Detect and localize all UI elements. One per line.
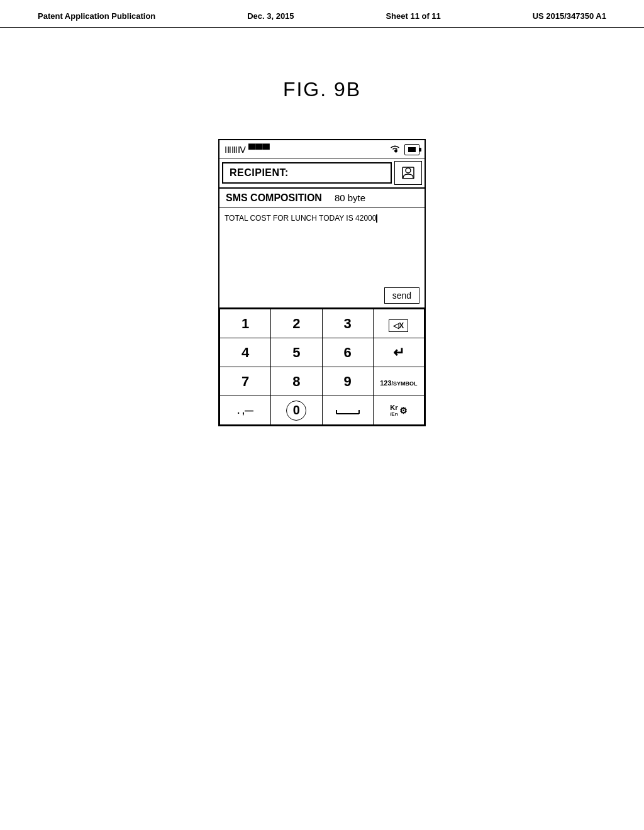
sms-message-text: TOTAL COST FOR LUNCH TODAY IS 42000 — [225, 214, 376, 223]
key-9[interactable]: 9 — [322, 367, 373, 396]
key-8[interactable]: 8 — [271, 367, 322, 396]
publication-date: Dec. 3, 2015 — [247, 11, 294, 21]
sms-title: SMS COMPOSITION — [226, 192, 322, 204]
keypad-row-4: . ,— 0 Kr /En ⚙ — [220, 396, 425, 425]
key-3[interactable]: 3 — [322, 309, 373, 338]
sms-composition-area[interactable]: TOTAL COST FOR LUNCH TODAY IS 42000 send — [219, 208, 425, 309]
key-4[interactable]: 4 — [220, 338, 271, 367]
text-cursor — [376, 214, 377, 223]
status-icons — [389, 144, 419, 155]
patent-header: Patent Application Publication Dec. 3, 2… — [0, 0, 644, 28]
key-zero-inner: 0 — [286, 401, 306, 421]
key-enter[interactable]: ↵ — [373, 338, 424, 367]
svg-point-1 — [406, 168, 411, 173]
publication-type: Patent Application Publication — [38, 11, 155, 21]
phone-mockup: ⅠⅡⅢⅣ ▀▀▀ RECIPIENT: — [218, 139, 426, 426]
backspace-icon: ◁X — [389, 319, 408, 332]
keypad: 1 2 3 ◁X 4 5 6 ↵ 7 8 9 123/SYMBOL . ,— 0 — [219, 309, 425, 425]
key-slash-en: /En — [390, 411, 397, 417]
space-bar-icon — [335, 409, 360, 415]
keypad-row-1: 1 2 3 ◁X — [220, 309, 425, 338]
sms-header: SMS COMPOSITION 80 byte — [219, 189, 425, 208]
sms-bytes: 80 byte — [335, 192, 365, 203]
key-symbol-label: /SYMBOL — [392, 380, 418, 387]
status-bar: ⅠⅡⅢⅣ ▀▀▀ — [219, 140, 425, 158]
recipient-row: RECIPIENT: — [219, 158, 425, 189]
patent-number: US 2015/347350 A1 — [533, 11, 606, 21]
key-lang-gear-inner: Kr /En ⚙ — [374, 404, 424, 417]
key-punctuation[interactable]: . ,— — [220, 396, 271, 425]
battery-icon — [404, 144, 419, 155]
wifi-icon — [389, 144, 401, 155]
key-7[interactable]: 7 — [220, 367, 271, 396]
keypad-row-3: 7 8 9 123/SYMBOL — [220, 367, 425, 396]
key-1[interactable]: 1 — [220, 309, 271, 338]
key-space[interactable] — [322, 396, 373, 425]
sheet-info: Sheet 11 of 11 — [386, 11, 440, 21]
key-123-label: 123 — [380, 379, 391, 387]
recipient-label: RECIPIENT: — [222, 162, 392, 184]
send-button[interactable]: send — [384, 287, 419, 304]
key-123-symbol[interactable]: 123/SYMBOL — [373, 367, 424, 396]
keypad-row-2: 4 5 6 ↵ — [220, 338, 425, 367]
key-lang-label: Kr /En — [390, 404, 397, 417]
contact-button[interactable] — [394, 161, 422, 185]
figure-title: FIG. 9B — [0, 78, 644, 101]
key-6[interactable]: 6 — [322, 338, 373, 367]
signal-bars-icon: ⅠⅡⅢⅣ ▀▀▀ — [225, 144, 270, 155]
key-kr-label: Kr — [390, 404, 397, 411]
key-zero[interactable]: 0 — [271, 396, 322, 425]
key-lang-gear[interactable]: Kr /En ⚙ — [373, 396, 424, 425]
key-5[interactable]: 5 — [271, 338, 322, 367]
gear-icon: ⚙ — [399, 406, 408, 416]
key-2[interactable]: 2 — [271, 309, 322, 338]
key-backspace[interactable]: ◁X — [373, 309, 424, 338]
